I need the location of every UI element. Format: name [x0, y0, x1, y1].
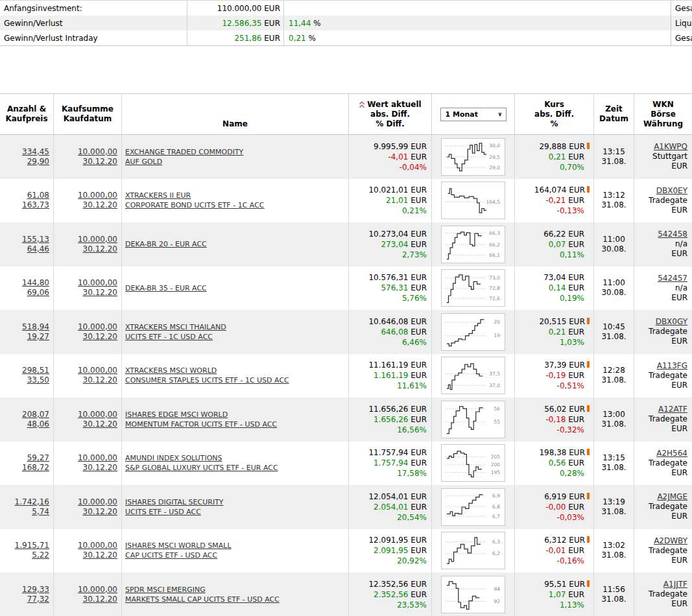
- instrument-name-link[interactable]: XTRACKERS MSCI WORLD: [125, 366, 217, 375]
- instrument-name-link[interactable]: AMUNDI INDEX SOLUTIONS: [125, 453, 222, 463]
- instrument-name-link[interactable]: MOMENTUM FACTOR UCITS ETF - USD ACC: [125, 420, 277, 429]
- anzahl-link[interactable]: 1.915,71: [15, 541, 49, 551]
- kaufsumme-link[interactable]: 10.000,00: [78, 497, 117, 507]
- kaufdatum-link[interactable]: 30.12.20: [83, 244, 117, 254]
- chart-axis-label: 6,2: [492, 551, 500, 557]
- instrument-name-link[interactable]: ISHARES EDGE MSCI WORLD: [125, 410, 228, 420]
- instrument-name-link[interactable]: ISHARES MSCI WORLD SMALL: [125, 541, 232, 551]
- kurs-cell: 20,515 EUR0,21 EUR1,03%: [514, 310, 593, 354]
- kaufpreis-link[interactable]: 33,50: [27, 375, 49, 385]
- kaufdatum-link[interactable]: 30.12.20: [83, 551, 117, 560]
- wkn-link[interactable]: A2DWBY: [654, 536, 687, 546]
- kaufsumme-link[interactable]: 10.000,00: [78, 366, 117, 375]
- anzahl-link[interactable]: 155,13: [22, 235, 49, 244]
- kaufsumme-link[interactable]: 10.000,00: [78, 585, 117, 595]
- sort-ascending-icon[interactable]: [359, 101, 365, 108]
- chart-axis-label: 29,5: [489, 154, 500, 160]
- wkn-link[interactable]: 542457: [658, 274, 687, 283]
- instrument-name-link[interactable]: S&P GLOBAL LUXURY UCITS ETF - EUR ACC: [125, 463, 278, 473]
- kaufpreis-link[interactable]: 77,32: [27, 595, 49, 604]
- anzahl-link[interactable]: 1.742,16: [15, 497, 49, 507]
- chart-axis-label: 72,6: [489, 296, 500, 302]
- boerse-value: Tradegate: [649, 414, 687, 424]
- anzahl-link[interactable]: 129,33: [22, 585, 49, 595]
- wert-value: 10.646,08 EUR: [368, 316, 427, 327]
- anzahl-kaufpreis-cell: 298,5133,50: [0, 354, 53, 398]
- wert-value: 9.995,99 EUR: [374, 141, 427, 152]
- mini-price-chart: 6,36,2: [441, 532, 505, 569]
- kaufpreis-link[interactable]: 19,27: [27, 332, 49, 342]
- table-row: 144,8069,0610.000,0030.12.20DEKA-BR 35 -…: [0, 267, 692, 311]
- chart-price-line: [447, 582, 479, 610]
- kaufsumme-link[interactable]: 10.000,00: [78, 191, 117, 200]
- kaufsumme-link[interactable]: 10.000,00: [78, 235, 117, 244]
- kaufpreis-link[interactable]: 163,73: [22, 200, 49, 210]
- wkn-link[interactable]: A1JJTF: [663, 580, 687, 589]
- wkn-link[interactable]: A2JMGE: [657, 492, 687, 502]
- chart-axis-label: 72,8: [489, 286, 500, 292]
- kaufdatum-link[interactable]: 30.12.20: [83, 200, 117, 210]
- instrument-name-link[interactable]: ISHARES DIGITAL SECURITY: [125, 497, 224, 507]
- period-select[interactable]: 1 Monat: [440, 108, 507, 121]
- kaufdatum-link[interactable]: 30.12.20: [83, 288, 117, 298]
- wkn-link[interactable]: DBX0GY: [656, 317, 687, 327]
- kurs-cell: 6,312 EUR-0,01 EUR-0,16%: [514, 529, 593, 573]
- instrument-name-link[interactable]: EXCHANGE TRADED COMMODITY: [125, 147, 243, 157]
- kaufsumme-link[interactable]: 10.000,00: [78, 410, 117, 420]
- instrument-name-link[interactable]: XTRACKERS II EUR: [125, 191, 191, 200]
- kaufpreis-link[interactable]: 69,06: [27, 288, 49, 298]
- kaufpreis-link[interactable]: 168,72: [22, 463, 49, 473]
- kaufpreis-link[interactable]: 5,74: [32, 507, 49, 517]
- kaufpreis-link[interactable]: 5,22: [32, 551, 49, 560]
- anzahl-link[interactable]: 59,27: [27, 453, 49, 463]
- wkn-link[interactable]: 542458: [658, 230, 687, 239]
- kaufsumme-link[interactable]: 10.000,00: [78, 541, 117, 551]
- anzahl-link[interactable]: 208,07: [22, 410, 49, 420]
- instrument-name-link[interactable]: DEKA-BR 20 - EUR ACC: [125, 239, 207, 249]
- kaufpreis-link[interactable]: 48,06: [27, 420, 49, 429]
- kaufpreis-link[interactable]: 64,46: [27, 244, 49, 254]
- kaufsumme-link[interactable]: 10.000,00: [78, 147, 117, 157]
- instrument-name-link[interactable]: XTRACKERS MSCI THAILAND: [125, 322, 226, 332]
- anzahl-link[interactable]: 334,45: [22, 147, 49, 157]
- kaufsumme-link[interactable]: 10.000,00: [78, 278, 117, 288]
- chart-axis-label: 66,2: [489, 241, 500, 247]
- wkn-link[interactable]: A1KWPQ: [654, 142, 687, 152]
- instrument-name-link[interactable]: DEKA-BR 35 - EUR ACC: [125, 283, 207, 293]
- header-line: Börse: [650, 110, 676, 119]
- instrument-name-link[interactable]: CORPORATE BOND UCITS ETF - 1C ACC: [125, 200, 265, 210]
- anzahl-link[interactable]: 298,51: [22, 366, 49, 375]
- kurs-abs-diff-number: -0,19: [545, 371, 566, 380]
- wkn-link[interactable]: A2H564: [656, 449, 687, 458]
- anzahl-link[interactable]: 61,08: [27, 191, 49, 200]
- kaufdatum-link[interactable]: 30.12.20: [83, 507, 117, 517]
- name-cell: ISHARES MSCI WORLD SMALLCAP UCITS ETF - …: [121, 529, 348, 573]
- kaufdatum-link[interactable]: 30.12.20: [83, 332, 117, 342]
- kaufdatum-link[interactable]: 30.12.20: [83, 157, 117, 167]
- instrument-name-link[interactable]: MARKETS SMALL CAP UCITS ETF - USD ACC: [125, 595, 280, 604]
- wkn-link[interactable]: DBX0EY: [656, 186, 687, 196]
- wert-abs-diff-unit: EUR: [408, 283, 427, 292]
- anzahl-link[interactable]: 144,80: [22, 278, 49, 288]
- wert-pct-diff: 23,53%: [397, 600, 427, 610]
- summary-value-unit: EUR: [261, 19, 280, 28]
- instrument-name-link[interactable]: CAP UCITS ETF - USD ACC: [125, 551, 217, 560]
- wkn-link[interactable]: A113FG: [657, 361, 687, 371]
- kaufdatum-link[interactable]: 30.12.20: [83, 595, 117, 604]
- instrument-name-link[interactable]: UCITS ETF - USD ACC: [125, 507, 201, 517]
- wkn-link[interactable]: A12ATF: [658, 405, 687, 414]
- kaufdatum-link[interactable]: 30.12.20: [83, 420, 117, 429]
- instrument-name-link[interactable]: AUF GOLD: [125, 157, 162, 167]
- kaufpreis-link[interactable]: 29,90: [27, 157, 49, 167]
- anzahl-link[interactable]: 518,94: [22, 322, 49, 332]
- header-line: WKN: [652, 100, 674, 110]
- instrument-name-link[interactable]: SPDR MSCI EMERGING: [125, 585, 206, 595]
- instrument-name-link[interactable]: CONSUMER STAPLES UCITS ETF - 1C USD ACC: [125, 375, 289, 385]
- kaufsumme-kaufdatum-cell: 10.000,0030.12.20: [53, 397, 121, 442]
- kaufdatum-link[interactable]: 30.12.20: [83, 375, 117, 385]
- kaufdatum-link[interactable]: 30.12.20: [83, 463, 117, 473]
- kaufsumme-link[interactable]: 10.000,00: [78, 322, 117, 332]
- kaufsumme-link[interactable]: 10.000,00: [78, 453, 117, 463]
- instrument-name-link[interactable]: UCITS ETF - 1C USD ACC: [125, 332, 213, 342]
- table-row: 518,9419,2710.000,0030.12.20XTRACKERS MS…: [0, 310, 692, 354]
